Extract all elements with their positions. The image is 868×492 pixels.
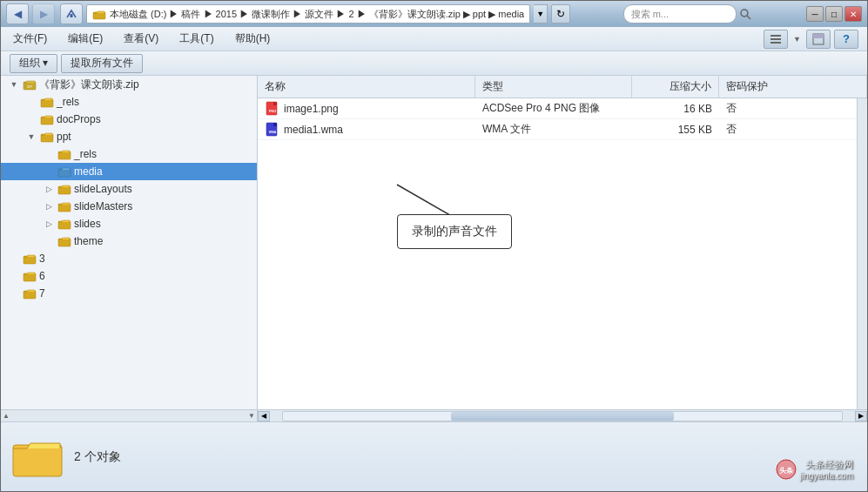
address-bar[interactable]: 本地磁盘 (D:) ▶ 稿件 ▶ 2015 ▶ 微课制作 ▶ 源文件 ▶ 2 ▶… — [86, 4, 530, 24]
file-list[interactable]: PNG image1.png ACDSee Pro 4 PNG 图像 16 KB… — [258, 98, 857, 409]
horizontal-scrollbar[interactable]: ◀ ▶ — [258, 409, 867, 421]
tree-label-7: 7 — [39, 287, 45, 300]
menu-file[interactable]: 文件(F) — [10, 30, 50, 48]
tree-label-slidemasters: slideMasters — [74, 200, 132, 212]
file-row-image1[interactable]: PNG image1.png ACDSee Pro 4 PNG 图像 16 KB… — [258, 98, 857, 119]
folder-icon-3 — [23, 253, 37, 265]
left-panel-scroll-buttons: ▲ ▼ — [1, 409, 257, 421]
file-name-image1: PNG image1.png — [258, 98, 475, 118]
left-panel: ▼ ZIP 《背影》课文朗读.zip — [1, 76, 258, 421]
menu-help[interactable]: 帮助(H) — [232, 30, 274, 48]
expand-icon-slides[interactable]: ▷ — [43, 218, 55, 230]
hscroll-right[interactable]: ▶ — [855, 411, 867, 421]
tree-item-zip[interactable]: ▼ ZIP 《背影》课文朗读.zip — [1, 76, 257, 93]
expand-icon-slidemasters[interactable]: ▷ — [43, 200, 55, 212]
title-bar: ◀ ▶ 本地磁盘 (D:) ▶ 稿件 ▶ 2015 ▶ 微课制作 ▶ 源文件 ▶… — [1, 1, 867, 27]
right-panel: 名称 类型 压缩大小 密码保护 PNG — [258, 76, 867, 421]
menu-items: 文件(F) 编辑(E) 查看(V) 工具(T) 帮助(H) — [10, 30, 273, 48]
png-file-icon: PNG — [265, 101, 280, 117]
tree-item-slides[interactable]: ▷ slides — [1, 215, 257, 233]
file-name-text-image1: image1.png — [284, 103, 339, 115]
expand-icon-ppt[interactable]: ▼ — [25, 131, 37, 143]
tree-item-rels2[interactable]: _rels — [1, 145, 257, 163]
tree-item-docprops[interactable]: docProps — [1, 111, 257, 128]
minimize-button[interactable]: ─ — [806, 6, 824, 22]
tree-item-slidemasters[interactable]: ▷ slideMasters — [1, 198, 257, 215]
extract-button[interactable]: 提取所有文件 — [61, 54, 143, 73]
folder-icon-slidemasters — [57, 200, 71, 212]
file-row-media1[interactable]: WMA media1.wma WMA 文件 155 KB 否 — [258, 119, 857, 140]
file-name-text-media1: media1.wma — [284, 124, 343, 136]
help-button[interactable]: ? — [834, 30, 858, 49]
folder-icon-7 — [23, 287, 37, 300]
tree-item-slidelayouts[interactable]: ▷ slideLayouts — [1, 180, 257, 198]
menu-tools[interactable]: 工具(T) — [176, 30, 217, 48]
view-controls: ▼ ? — [764, 30, 858, 49]
up-button[interactable] — [60, 3, 83, 24]
view-details-button[interactable] — [806, 30, 831, 49]
hscroll-track[interactable] — [282, 411, 843, 421]
svg-rect-27 — [273, 123, 277, 126]
expand-icon-zip[interactable]: ▼ — [8, 78, 20, 91]
menu-edit[interactable]: 编辑(E) — [64, 30, 106, 48]
tree-item-6[interactable]: 6 — [1, 267, 257, 285]
folder-tree[interactable]: ▼ ZIP 《背影》课文朗读.zip — [1, 76, 257, 409]
col-encrypt-header[interactable]: 密码保护 — [719, 76, 867, 98]
refresh-button[interactable]: ↻ — [551, 4, 570, 24]
search-placeholder: 搜索 m... — [631, 8, 669, 21]
svg-point-2 — [741, 10, 748, 17]
expand-icon-slidelayouts[interactable]: ▷ — [43, 183, 55, 195]
forward-button[interactable]: ▶ — [32, 3, 55, 24]
right-panel-vscroll[interactable] — [857, 98, 867, 409]
tree-label-rels2: _rels — [74, 148, 97, 160]
tree-item-3[interactable]: 3 — [1, 250, 257, 267]
svg-rect-24 — [273, 102, 277, 105]
organize-button[interactable]: 组织 ▾ — [10, 54, 57, 73]
callout-container: 录制的声音文件 — [397, 214, 512, 249]
svg-rect-14 — [58, 152, 71, 159]
tree-item-7[interactable]: 7 — [1, 285, 257, 302]
zip-icon: ZIP — [23, 78, 37, 91]
svg-rect-12 — [41, 117, 53, 125]
tree-item-media[interactable]: media — [1, 163, 257, 180]
folder-icon-slidelayouts — [57, 183, 71, 195]
file-list-header: 名称 类型 压缩大小 密码保护 — [258, 76, 867, 98]
svg-rect-20 — [24, 256, 36, 264]
tree-label-ppt: ppt — [57, 131, 71, 143]
col-name-header[interactable]: 名称 — [258, 76, 475, 98]
close-button[interactable]: ✕ — [844, 6, 862, 22]
col-size-header[interactable]: 压缩大小 — [632, 76, 719, 98]
tree-label-slidelayouts: slideLayouts — [74, 183, 132, 195]
view-dropdown[interactable]: ▼ — [793, 35, 801, 44]
tree-label-rels1: _rels — [57, 96, 79, 108]
svg-rect-21 — [24, 273, 36, 281]
scroll-down-btn[interactable]: ▼ — [248, 412, 255, 420]
svg-rect-18 — [58, 221, 71, 229]
folder-icon-docprops — [40, 113, 54, 125]
tree-label-media: media — [74, 165, 103, 178]
tree-label-6: 6 — [39, 270, 45, 282]
search-button[interactable] — [737, 4, 754, 24]
back-button[interactable]: ◀ — [6, 3, 29, 24]
scroll-up-btn[interactable]: ▲ — [3, 412, 10, 420]
tree-label-slides: slides — [74, 218, 101, 230]
hscroll-thumb[interactable] — [451, 412, 675, 421]
bottom-area: 2 个对象 — [1, 421, 867, 491]
tree-item-rels1[interactable]: _rels — [1, 93, 257, 111]
hscroll-left[interactable]: ◀ — [258, 411, 270, 421]
view-list-button[interactable] — [764, 30, 788, 49]
svg-rect-8 — [813, 34, 824, 38]
maximize-button[interactable]: □ — [825, 6, 843, 22]
address-dropdown[interactable]: ▼ — [534, 4, 548, 24]
col-type-header[interactable]: 类型 — [475, 76, 632, 98]
address-text: 本地磁盘 (D:) ▶ 稿件 ▶ 2015 ▶ 微课制作 ▶ 源文件 ▶ 2 ▶… — [110, 8, 524, 21]
search-bar[interactable]: 搜索 m... — [623, 4, 737, 24]
menu-view[interactable]: 查看(V) — [120, 30, 162, 48]
callout-box: 录制的声音文件 — [397, 214, 512, 249]
folder-icon-rels1 — [40, 96, 54, 108]
file-encrypt-media1: 否 — [719, 119, 857, 139]
tree-item-ppt[interactable]: ▼ ppt — [1, 128, 257, 145]
file-type-media1: WMA 文件 — [475, 119, 632, 139]
tree-item-theme[interactable]: theme — [1, 233, 257, 250]
svg-text:WMA: WMA — [269, 131, 277, 134]
